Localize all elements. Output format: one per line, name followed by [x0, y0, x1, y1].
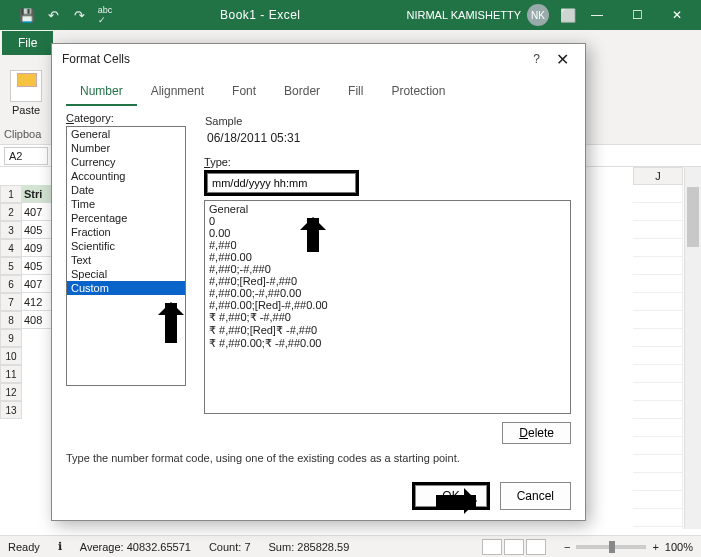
format-option[interactable]: #,##0.00	[209, 251, 566, 263]
format-code-list[interactable]: General00.00#,##0#,##0.00#,##0;-#,##0#,#…	[204, 200, 571, 414]
row-header[interactable]: 9	[0, 329, 22, 347]
row-header[interactable]: 4	[0, 239, 22, 257]
cell[interactable]: 405	[22, 221, 52, 239]
type-label: Type:	[204, 156, 571, 168]
cell[interactable]: 405	[22, 257, 52, 275]
row-header[interactable]: 11	[0, 365, 22, 383]
paste-label: Paste	[4, 104, 48, 116]
format-option[interactable]: #,##0;-#,##0	[209, 263, 566, 275]
row-header[interactable]: 8	[0, 311, 22, 329]
accessibility-icon[interactable]: ℹ	[58, 540, 62, 553]
cell[interactable]: Stri	[22, 185, 52, 203]
category-option[interactable]: General	[67, 127, 185, 141]
row-header[interactable]: 2	[0, 203, 22, 221]
category-option[interactable]: Text	[67, 253, 185, 267]
row-header[interactable]: 5	[0, 257, 22, 275]
status-bar: Ready ℹ Average: 40832.65571 Count: 7 Su…	[0, 535, 701, 557]
zoom-out-button[interactable]: −	[564, 541, 570, 553]
annotation-arrow-type	[307, 218, 319, 252]
page-break-button[interactable]	[526, 539, 546, 555]
tab-protection[interactable]: Protection	[377, 78, 459, 106]
view-buttons	[482, 539, 546, 555]
format-option[interactable]: 0	[209, 215, 566, 227]
category-option[interactable]: Number	[67, 141, 185, 155]
vertical-scrollbar[interactable]	[684, 167, 701, 529]
format-option[interactable]: 0.00	[209, 227, 566, 239]
dialog-titlebar[interactable]: Format Cells ? ✕	[52, 44, 585, 74]
window-controls: — ☐ ✕	[577, 0, 697, 30]
sum-value: 285828.59	[297, 541, 349, 553]
category-option[interactable]: Scientific	[67, 239, 185, 253]
category-option[interactable]: Currency	[67, 155, 185, 169]
format-option[interactable]: ₹ #,##0;₹ -#,##0	[209, 311, 566, 324]
normal-view-button[interactable]	[482, 539, 502, 555]
zoom-level[interactable]: 100%	[665, 541, 693, 553]
tab-number[interactable]: Number	[66, 78, 137, 106]
format-option[interactable]: #,##0;[Red]-#,##0	[209, 275, 566, 287]
row-header[interactable]: 3	[0, 221, 22, 239]
delete-button[interactable]: Delete	[502, 422, 571, 444]
name-box[interactable]: A2	[4, 147, 48, 165]
category-option[interactable]: Date	[67, 183, 185, 197]
avatar[interactable]: NK	[527, 4, 549, 26]
hint-text: Type the number format code, using one o…	[66, 452, 571, 464]
format-option[interactable]: ₹ #,##0.00;₹ -#,##0.00	[209, 337, 566, 350]
tab-border[interactable]: Border	[270, 78, 334, 106]
maximize-button[interactable]: ☐	[617, 0, 657, 30]
format-option[interactable]: #,##0.00;[Red]-#,##0.00	[209, 299, 566, 311]
zoom-slider-thumb[interactable]	[609, 541, 615, 553]
window-titlebar: 💾 ↶ ↷ abc✓ Book1 - Excel NIRMAL KAMISHET…	[0, 0, 701, 30]
category-option[interactable]: Accounting	[67, 169, 185, 183]
window-title: Book1 - Excel	[114, 8, 407, 22]
page-layout-button[interactable]	[504, 539, 524, 555]
category-option[interactable]: Percentage	[67, 211, 185, 225]
tab-alignment[interactable]: Alignment	[137, 78, 218, 106]
category-label: Category:	[66, 112, 186, 124]
category-option[interactable]: Fraction	[67, 225, 185, 239]
scrollbar-thumb[interactable]	[687, 187, 699, 247]
tab-fill[interactable]: Fill	[334, 78, 377, 106]
undo-icon[interactable]: ↶	[44, 6, 62, 24]
row-header[interactable]: 13	[0, 401, 22, 419]
zoom-control: − + 100%	[564, 541, 693, 553]
ribbon-options-icon[interactable]: ⬜	[559, 6, 577, 24]
format-option[interactable]: General	[209, 203, 566, 215]
row-header[interactable]: 7	[0, 293, 22, 311]
clipboard-icon[interactable]	[10, 70, 42, 102]
close-button[interactable]: ✕	[657, 0, 697, 30]
column-header[interactable]: J	[633, 167, 683, 185]
file-tab[interactable]: File	[2, 31, 53, 55]
format-option[interactable]: #,##0	[209, 239, 566, 251]
minimize-button[interactable]: —	[577, 0, 617, 30]
cell[interactable]: 409	[22, 239, 52, 257]
empty-column[interactable]	[633, 185, 683, 529]
category-option[interactable]: Time	[67, 197, 185, 211]
row-header[interactable]: 10	[0, 347, 22, 365]
cell[interactable]: 412	[22, 293, 52, 311]
sample-value: 06/18/2011 05:31	[205, 127, 570, 149]
cell[interactable]: 407	[22, 275, 52, 293]
category-list[interactable]: GeneralNumberCurrencyAccountingDateTimeP…	[66, 126, 186, 386]
account-name: NIRMAL KAMISHETTY	[407, 9, 522, 21]
save-icon[interactable]: 💾	[18, 6, 36, 24]
format-option[interactable]: ₹ #,##0;[Red]₹ -#,##0	[209, 324, 566, 337]
mode-indicator: Ready	[8, 541, 40, 553]
cell[interactable]: 407	[22, 203, 52, 221]
help-button[interactable]: ?	[523, 52, 550, 66]
row-header[interactable]: 12	[0, 383, 22, 401]
cancel-button[interactable]: Cancel	[500, 482, 571, 510]
spellcheck-icon[interactable]: abc✓	[96, 6, 114, 24]
data-column-partial: Stri407405409405407412408	[22, 185, 52, 329]
average-value: 40832.65571	[127, 541, 191, 553]
row-header[interactable]: 6	[0, 275, 22, 293]
zoom-in-button[interactable]: +	[652, 541, 658, 553]
dialog-close-button[interactable]: ✕	[550, 50, 575, 69]
format-option[interactable]: #,##0.00;-#,##0.00	[209, 287, 566, 299]
tab-font[interactable]: Font	[218, 78, 270, 106]
row-header[interactable]: 1	[0, 185, 22, 203]
redo-icon[interactable]: ↷	[70, 6, 88, 24]
zoom-slider[interactable]	[576, 545, 646, 549]
cell[interactable]: 408	[22, 311, 52, 329]
type-input[interactable]	[207, 173, 356, 193]
category-option[interactable]: Special	[67, 267, 185, 281]
